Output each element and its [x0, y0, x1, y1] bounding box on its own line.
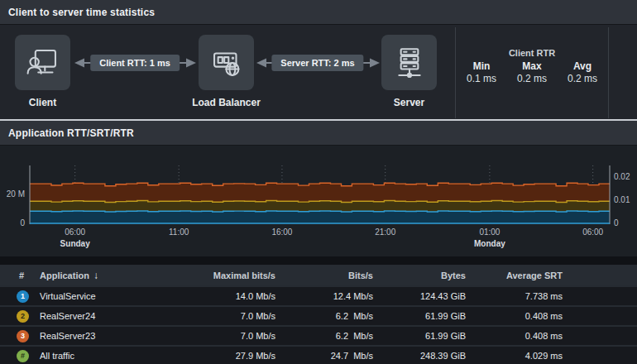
table-row[interactable]: 3RealServer237.0 Mb/s6.2 Mb/s61.99 GiB0.… [0, 327, 637, 345]
client-icon [24, 44, 62, 82]
maximal-bits-value: 7.0 Mb/s [176, 311, 275, 321]
y-left-tick-label: 0 [20, 218, 25, 228]
application-name: RealServer24 [40, 311, 176, 321]
day-label: Sunday [60, 239, 91, 248]
panel-client-server-stats: Client to server time statistics Client [0, 0, 637, 119]
node-load-balancer: Load Balancer [199, 35, 254, 108]
y-right-tick-label: 0 [614, 218, 619, 228]
client-rtr-stats: Client RTR Min 0.1 ms Max 0.2 ms Avg 0.2… [456, 25, 608, 119]
y-right-tick-label: 0.02 [614, 172, 630, 181]
bits-value: 12.4 Mb/s [275, 291, 373, 301]
load-balancer-node-box [199, 35, 254, 90]
rank-badge: # [17, 350, 29, 362]
node-server: Server [381, 35, 437, 108]
divider [608, 27, 609, 118]
average-srt-value: 7.738 ms [466, 291, 563, 301]
application-name: RealServer23 [40, 331, 176, 341]
monitoring-dashboard: Client to server time statistics Client [0, 0, 637, 364]
bits-value: 24.7 Mb/s [275, 351, 373, 361]
average-srt-value: 4.029 ms [466, 351, 563, 361]
bytes-value: 61.99 GiB [373, 311, 466, 321]
table-body: 1VirtualService14.0 Mb/s12.4 Mb/s124.43 … [0, 287, 637, 364]
panel-title: Application RTT/SRT/RTR [8, 127, 134, 139]
rank-badge: 2 [17, 310, 29, 323]
application-table: # Application↓ Maximal bits/s Bits/s Byt… [0, 265, 637, 364]
table-row[interactable]: #All traffic27.9 Mb/s24.7 Mb/s248.39 GiB… [0, 347, 637, 364]
column-header-bytes[interactable]: Bytes [373, 271, 466, 280]
bytes-value: 248.39 GiB [373, 351, 466, 361]
panel-title: Client to server time statistics [8, 7, 155, 18]
client-rtt-badge: Client RTT: 1 ms [90, 55, 180, 71]
sort-desc-icon: ↓ [93, 270, 98, 281]
server-icon [390, 44, 429, 82]
stat-max: Max 0.2 ms [507, 60, 558, 85]
stats-title: Client RTR [509, 48, 555, 58]
client-label: Client [29, 97, 56, 108]
y-left-tick-label: 20 M [7, 189, 25, 199]
maximal-bits-value: 27.9 Mb/s [176, 351, 275, 361]
application-name: VirtualService [40, 291, 176, 301]
table-row[interactable]: 1VirtualService14.0 Mb/s12.4 Mb/s124.43 … [0, 287, 637, 305]
column-header-application[interactable]: Application↓ [40, 270, 176, 281]
column-header-rank[interactable]: # [0, 271, 40, 280]
stat-avg: Avg 0.2 ms [558, 60, 608, 85]
maximal-bits-value: 7.0 Mb/s [176, 331, 275, 341]
x-tick-label: 06:00 [582, 228, 603, 237]
table-header-row: # Application↓ Maximal bits/s Bits/s Byt… [0, 265, 637, 285]
x-tick-label: 06:00 [65, 228, 85, 237]
stats-grid: Min 0.1 ms Max 0.2 ms Avg 0.2 ms [457, 60, 608, 85]
node-client: Client [15, 35, 70, 108]
stat-min: Min 0.1 ms [457, 60, 507, 85]
load-balancer-icon [208, 44, 246, 82]
x-tick-label: 11:00 [169, 228, 189, 237]
y-right-tick-label: 0.01 [614, 195, 630, 204]
flow-diagram: Client Load Balancer [0, 25, 637, 119]
panel-application-rtt: Application RTT/SRT/RTR 06:0011:0016:002… [0, 121, 637, 256]
bits-value: 6.2 Mb/s [275, 331, 373, 341]
rank-badge: 3 [17, 330, 29, 342]
average-srt-value: 0.408 ms [466, 331, 563, 341]
traffic-time-series-chart[interactable]: 06:0011:0016:0021:0001:0006:00SundayMond… [0, 146, 637, 256]
column-header-bits[interactable]: Bits/s [275, 271, 373, 280]
application-name: All traffic [40, 351, 176, 361]
server-label: Server [394, 97, 424, 108]
x-tick-label: 16:00 [271, 228, 292, 237]
panel-header: Client to server time statistics [0, 0, 637, 25]
maximal-bits-value: 14.0 Mb/s [176, 291, 275, 301]
bytes-value: 61.99 GiB [373, 331, 466, 341]
day-label: Monday [474, 239, 505, 248]
load-balancer-label: Load Balancer [192, 97, 261, 108]
bits-value: 6.2 Mb/s [275, 311, 373, 321]
column-header-maximal-bits[interactable]: Maximal bits/s [176, 271, 275, 280]
server-node-box [381, 35, 437, 90]
bytes-value: 124.43 GiB [373, 291, 466, 301]
rank-badge: 1 [17, 290, 29, 303]
client-node-box [15, 35, 70, 90]
series-line [30, 211, 610, 212]
column-header-average-srt[interactable]: Average SRT [466, 271, 563, 280]
series-area [30, 211, 610, 223]
x-tick-label: 21:00 [375, 228, 395, 237]
table-row[interactable]: 2RealServer247.0 Mb/s6.2 Mb/s61.99 GiB0.… [0, 307, 637, 325]
average-srt-value: 0.408 ms [466, 311, 563, 321]
server-rtt-badge: Server RTT: 2 ms [271, 55, 363, 71]
x-tick-label: 01:00 [479, 228, 500, 237]
panel-header: Application RTT/SRT/RTR [0, 121, 637, 146]
